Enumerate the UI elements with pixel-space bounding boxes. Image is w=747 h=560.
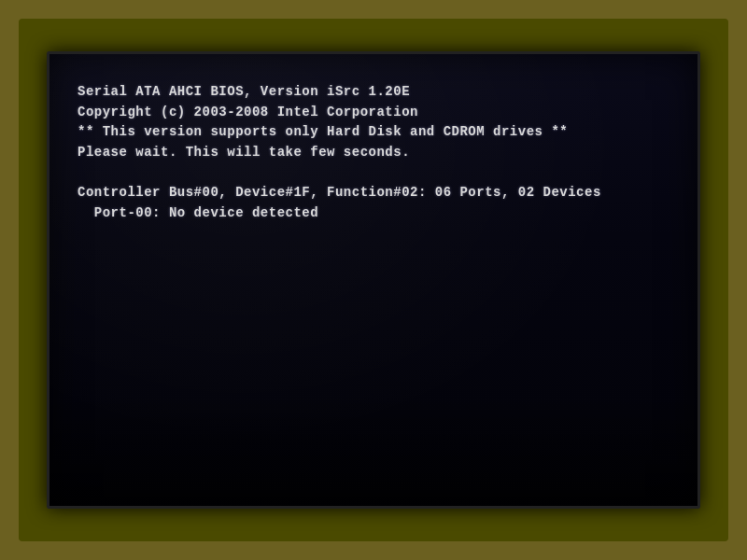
bios-line-5: Controller Bus#00, Device#1F, Function#0…: [78, 183, 669, 203]
bios-line-1: Serial ATA AHCI BIOS, Version iSrc 1.20E: [78, 82, 669, 103]
monitor-screen: Serial ATA AHCI BIOS, Version iSrc 1.20E…: [47, 51, 700, 509]
bios-line-2: Copyright (c) 2003-2008 Intel Corporatio…: [78, 103, 669, 123]
bios-line-3: ** This version supports only Hard Disk …: [78, 122, 669, 143]
bios-line-6: Port-00: No device detected: [78, 203, 669, 224]
bios-text-area: Serial ATA AHCI BIOS, Version iSrc 1.20E…: [78, 82, 669, 224]
bios-line-4: Please wait. This will take few seconds.: [78, 143, 669, 163]
photo-frame: Serial ATA AHCI BIOS, Version iSrc 1.20E…: [19, 19, 728, 541]
bios-spacer-1: [78, 163, 669, 184]
bottom-fade: [49, 394, 698, 506]
